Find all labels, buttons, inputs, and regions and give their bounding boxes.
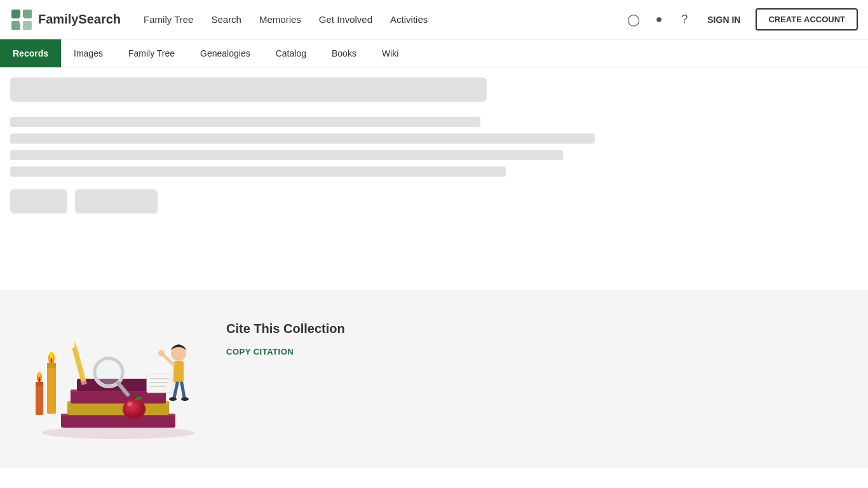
subnav-genealogies[interactable]: Genealogies <box>187 39 263 67</box>
nav-family-tree[interactable]: Family Tree <box>136 9 201 30</box>
svg-line-38 <box>182 383 184 398</box>
subnav-family-tree[interactable]: Family Tree <box>116 39 187 67</box>
svg-marker-24 <box>72 339 77 348</box>
sub-nav: Records Images Family Tree Genealogies C… <box>0 39 868 67</box>
subnav-wiki[interactable]: Wiki <box>369 39 411 67</box>
svg-point-30 <box>123 399 146 419</box>
svg-rect-13 <box>47 363 56 414</box>
sign-in-button[interactable]: SIGN IN <box>702 12 745 27</box>
logo-icon: F <box>10 8 33 31</box>
skeleton-buttons <box>10 189 858 214</box>
skeleton-line-1 <box>10 117 480 127</box>
main-content <box>0 67 868 290</box>
cite-title: Cite This Collection <box>226 322 345 336</box>
subnav-images[interactable]: Images <box>61 39 116 67</box>
nav-get-involved[interactable]: Get Involved <box>311 9 380 30</box>
skeleton-title <box>10 78 487 102</box>
svg-line-31 <box>134 396 135 400</box>
cite-content: Cite This Collection COPY CITATION <box>226 315 345 356</box>
logo-text: FamilySearch <box>38 12 121 27</box>
nav-search[interactable]: Search <box>203 9 249 30</box>
svg-rect-41 <box>147 374 172 393</box>
svg-point-5 <box>42 426 194 439</box>
skeleton-line-4 <box>10 166 506 177</box>
help-icon[interactable]: ? <box>677 12 692 27</box>
location-icon[interactable]: ◯ <box>626 12 641 27</box>
skeleton-line-3 <box>10 150 563 160</box>
svg-point-16 <box>50 351 53 359</box>
create-account-button[interactable]: CREATE ACCOUNT <box>756 8 858 30</box>
svg-line-37 <box>174 383 177 398</box>
svg-rect-34 <box>173 361 184 383</box>
svg-point-40 <box>181 397 189 401</box>
header-actions: ◯ ● ? SIGN IN CREATE ACCOUNT <box>626 8 858 30</box>
subnav-books[interactable]: Books <box>319 39 369 67</box>
skeleton-line-2 <box>10 133 595 144</box>
skeleton-btn-2 <box>75 189 158 214</box>
globe-nav-icon[interactable]: ● <box>651 12 667 27</box>
subnav-catalog[interactable]: Catalog <box>263 39 319 67</box>
nav-activities[interactable]: Activities <box>383 9 435 30</box>
logo[interactable]: F FamilySearch <box>10 8 121 31</box>
svg-point-36 <box>158 350 165 356</box>
svg-rect-18 <box>36 382 43 415</box>
svg-point-39 <box>169 397 177 401</box>
svg-point-21 <box>38 372 41 378</box>
footer: About Volunteer Blog Find Ancestors Site… <box>0 468 868 488</box>
main-nav: Family Tree Search Memories Get Involved… <box>136 9 626 30</box>
copy-citation-link[interactable]: COPY CITATION <box>226 347 294 356</box>
books-illustration <box>10 315 201 442</box>
subnav-records[interactable]: Records <box>0 39 61 67</box>
header: F FamilySearch Family Tree Search Memori… <box>0 0 868 39</box>
cite-section: Cite This Collection COPY CITATION <box>0 290 868 468</box>
cite-illustration <box>10 315 201 442</box>
nav-memories[interactable]: Memories <box>252 9 309 30</box>
skeleton-btn-1 <box>10 189 67 214</box>
svg-text:F: F <box>19 15 25 25</box>
